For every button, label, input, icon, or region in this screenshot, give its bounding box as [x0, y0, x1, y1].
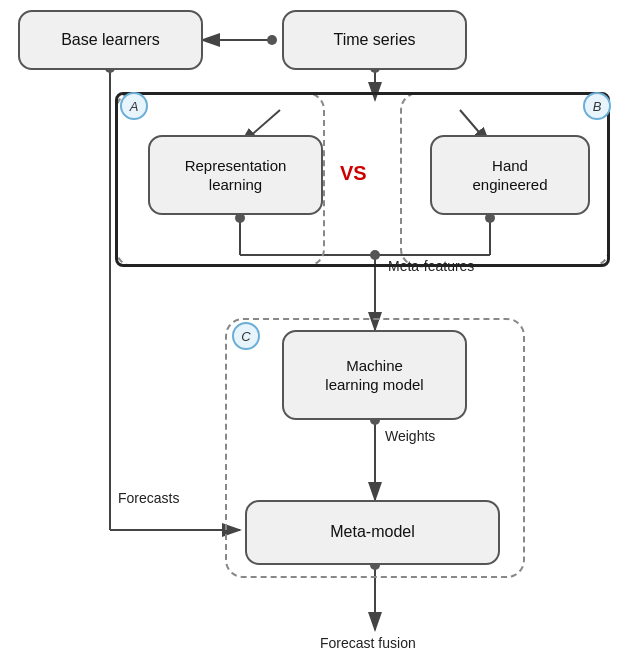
base-learners-label: Base learners: [61, 30, 160, 51]
circle-label-b: B: [583, 92, 611, 120]
machine-learning-model-box: Machinelearning model: [282, 330, 467, 420]
svg-point-3: [267, 35, 277, 45]
circle-label-a: A: [120, 92, 148, 120]
time-series-label: Time series: [333, 30, 415, 51]
base-learners-box: Base learners: [18, 10, 203, 70]
hand-engineered-box: Handengineered: [430, 135, 590, 215]
meta-features-label: Meta-features: [388, 258, 474, 274]
representation-learning-box: Representation learning: [148, 135, 323, 215]
meta-model-label: Meta-model: [330, 522, 414, 543]
machine-learning-model-label: Machinelearning model: [325, 356, 423, 395]
weights-label: Weights: [385, 428, 435, 444]
diagram: Base learners Time series Representation…: [0, 0, 640, 659]
hand-engineered-label: Handengineered: [472, 156, 547, 195]
vs-text: VS: [340, 162, 367, 185]
circle-label-c: C: [232, 322, 260, 350]
representation-learning-label: Representation learning: [185, 156, 287, 195]
time-series-box: Time series: [282, 10, 467, 70]
forecasts-label: Forecasts: [118, 490, 179, 506]
meta-model-box: Meta-model: [245, 500, 500, 565]
forecast-fusion-label: Forecast fusion: [320, 635, 416, 651]
